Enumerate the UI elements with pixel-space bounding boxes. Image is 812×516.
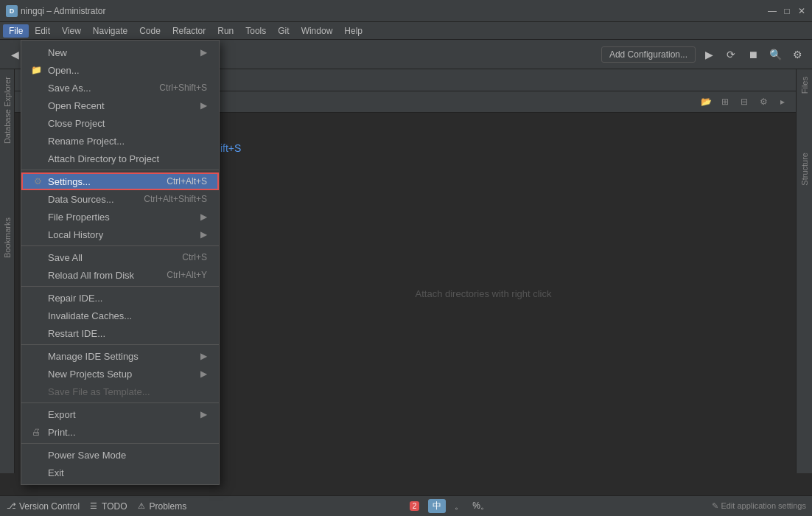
menu-run[interactable]: Run <box>211 24 239 38</box>
collapse-icon[interactable]: ⊟ <box>737 94 752 109</box>
menu-window[interactable]: Window <box>295 24 339 38</box>
status-version-control[interactable]: ⎇ Version Control <box>6 501 80 512</box>
menu-item-save-all[interactable]: Save All Ctrl+S <box>21 248 219 266</box>
menu-item-data-sources[interactable]: Data Sources... Ctrl+Alt+Shift+S <box>21 190 219 208</box>
notification-badge: 2 <box>410 501 420 511</box>
menu-item-print[interactable]: 🖨 Print... <box>21 423 219 441</box>
status-edit-config-link[interactable]: ✎ Edit application settings <box>712 501 806 511</box>
menu-item-save-as[interactable]: Save As... Ctrl+Shift+S <box>21 79 219 97</box>
status-bar: ⎇ Version Control ☰ TODO ⚠ Problems 2 中 … <box>0 495 812 516</box>
tab-structure[interactable]: Structure <box>799 145 811 193</box>
menu-item-repair-ide[interactable]: Repair IDE... <box>21 289 219 307</box>
menu-item-export[interactable]: Export ▶ <box>21 405 219 423</box>
status-lang2: %。 <box>472 500 489 512</box>
expand-icon[interactable]: ⊞ <box>718 94 732 109</box>
status-todo[interactable]: ☰ TODO <box>88 501 127 512</box>
menu-item-open-recent[interactable]: Open Recent ▶ <box>21 97 219 114</box>
menu-refactor[interactable]: Refactor <box>167 24 211 38</box>
menu-item-reload-all[interactable]: Reload All from Disk Ctrl+Alt+Y <box>21 266 219 284</box>
title-text: ningqi – Administrator <box>21 6 105 16</box>
add-configuration-button[interactable]: Add Configuration... <box>601 46 696 63</box>
menu-item-manage-ide-settings[interactable]: Manage IDE Settings ▶ <box>21 347 219 365</box>
separator-3 <box>21 286 219 287</box>
separator-1 <box>21 170 219 170</box>
menu-view[interactable]: View <box>56 24 87 38</box>
separator-6 <box>21 443 219 444</box>
toolbar-run-button[interactable]: ▶ <box>700 46 718 63</box>
menu-code[interactable]: Code <box>133 24 167 38</box>
menu-tools[interactable]: Tools <box>239 24 272 38</box>
menu-item-restart-ide[interactable]: Restart IDE... <box>21 324 219 342</box>
toolbar-search-icon[interactable]: 🔍 <box>766 46 784 63</box>
menu-bar: File Edit View Navigate Code Refactor Ru… <box>0 22 812 40</box>
toolbar-reload-button[interactable]: ⟳ <box>722 46 740 63</box>
menu-item-rename-project[interactable]: Rename Project... <box>21 132 219 150</box>
print-icon: 🖨 <box>30 426 42 438</box>
menu-file[interactable]: File <box>3 24 29 38</box>
files-settings-icon[interactable]: ⚙ <box>756 94 771 109</box>
menu-item-settings[interactable]: ⚙ Settings... Ctrl+Alt+S <box>21 172 219 190</box>
file-dropdown-menu: New ▶ 📁 Open... Save As... Ctrl+Shift+S … <box>21 40 220 485</box>
attach-hint: Attach directories with right click <box>416 287 552 299</box>
toolbar-stop-button[interactable]: ⏹ <box>744 46 762 63</box>
minimize-button[interactable]: — <box>768 7 777 15</box>
menu-item-close-project[interactable]: Close Project <box>21 114 219 132</box>
menu-item-new-projects-setup[interactable]: New Projects Setup ▶ <box>21 365 219 383</box>
status-problems[interactable]: ⚠ Problems <box>136 501 187 512</box>
menu-help[interactable]: Help <box>338 24 368 38</box>
problems-label: Problems <box>150 501 187 512</box>
files-panel-icon2[interactable]: ▸ <box>775 94 790 109</box>
input-method-icon: 中 <box>433 500 441 512</box>
menu-item-open[interactable]: 📁 Open... <box>21 61 219 79</box>
menu-item-invalidate-caches[interactable]: Invalidate Caches... <box>21 307 219 324</box>
close-button[interactable]: ✕ <box>797 7 806 15</box>
menu-item-file-properties[interactable]: File Properties ▶ <box>21 208 219 226</box>
menu-item-new[interactable]: New ▶ <box>21 43 219 61</box>
menu-item-exit[interactable]: Exit <box>21 464 219 481</box>
maximize-button[interactable]: □ <box>783 7 791 15</box>
title-bar-left: D ningqi – Administrator <box>6 5 105 17</box>
problems-icon: ⚠ <box>136 501 147 512</box>
separator-4 <box>21 344 219 345</box>
sidebar-bookmarks[interactable]: Bookmarks <box>1 210 13 265</box>
version-control-label: Version Control <box>19 501 80 512</box>
separator-5 <box>21 402 219 403</box>
todo-icon: ☰ <box>88 501 99 512</box>
status-lang1: 。 <box>455 500 463 512</box>
menu-item-power-save[interactable]: Power Save Mode <box>21 446 219 464</box>
title-bar-controls: — □ ✕ <box>768 7 806 15</box>
tab-files[interactable]: Files <box>799 69 811 101</box>
menu-item-save-file-template[interactable]: Save File as Template... <box>21 383 219 400</box>
edit-config-label: ✎ Edit application settings <box>712 501 806 511</box>
open-folder-icon: 📁 <box>30 64 42 76</box>
title-bar: D ningqi – Administrator — □ ✕ <box>0 0 812 22</box>
settings-icon: ⚙ <box>32 175 43 187</box>
todo-label: TODO <box>102 501 127 512</box>
separator-2 <box>21 245 219 246</box>
svg-text:D: D <box>10 7 15 15</box>
toolbar-gear-icon[interactable]: ⚙ <box>788 46 806 63</box>
open-folder-icon[interactable]: 📂 <box>699 94 713 109</box>
sidebar-database-explorer[interactable]: Database Explorer <box>1 69 13 151</box>
menu-navigate[interactable]: Navigate <box>87 24 133 38</box>
left-sidebar: Database Explorer Bookmarks <box>0 69 15 473</box>
status-input-method[interactable]: 中 <box>428 499 446 513</box>
menu-git[interactable]: Git <box>272 24 295 38</box>
menu-item-attach-directory[interactable]: Attach Directory to Project <box>21 150 219 167</box>
app-icon: D <box>6 5 18 17</box>
menu-edit[interactable]: Edit <box>29 24 56 38</box>
right-tab-strip: Files Structure <box>796 69 812 473</box>
version-control-icon: ⎇ <box>6 501 16 512</box>
menu-item-local-history[interactable]: Local History ▶ <box>21 226 219 243</box>
